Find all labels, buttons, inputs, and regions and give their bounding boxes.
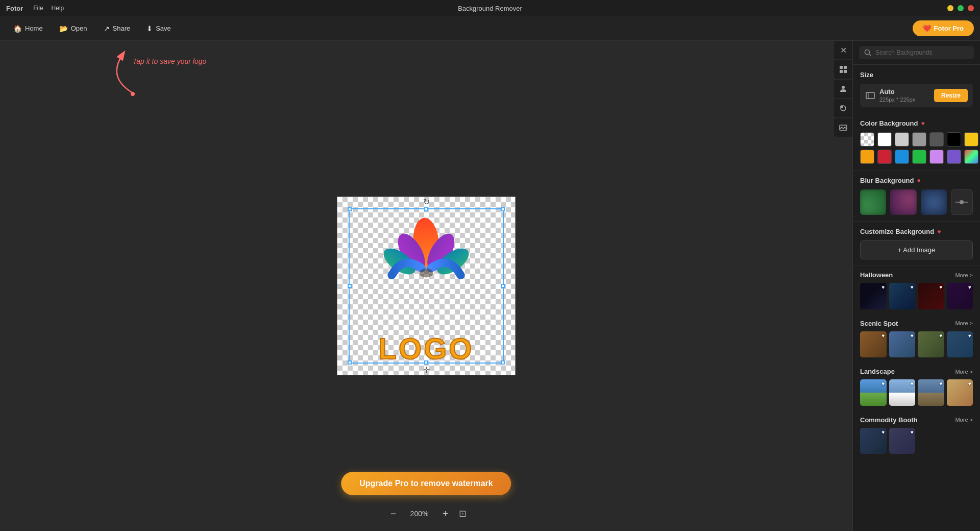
halloween-thumb-2[interactable]: ♥ [889,283,916,309]
commodity-section: Commodity Booth More > ♥ ♥ [853,411,980,460]
image-edit-button[interactable] [834,118,852,137]
size-icon [865,90,875,101]
color-purple[interactable] [947,150,961,164]
halloween-section: Halloween More > ♥ ♥ ♥ ♥ [853,266,980,315]
blur-thumb-2[interactable] [890,189,916,215]
save-button[interactable]: ⬇ Save [139,21,178,36]
search-input[interactable] [875,49,969,56]
blur-thumb-3[interactable] [921,189,947,215]
zoom-out-button[interactable]: − [386,506,401,521]
handle-middle-left[interactable] [348,284,352,288]
halloween-title: Halloween [860,271,893,279]
split-view-icon[interactable]: ⊡ [459,508,467,519]
commodity-more[interactable]: More > [955,417,973,423]
open-button[interactable]: 📂 Open [52,21,94,36]
halloween-thumb-3[interactable]: ♥ [918,283,944,309]
commodity-header: Commodity Booth More > [860,416,973,424]
scenic-thumb-1[interactable]: ♥ [860,331,887,358]
rotate-handle[interactable]: ↻ [423,197,430,207]
commodity-thumb-2[interactable]: ♥ [889,428,916,454]
commodity-thumb-1[interactable]: ♥ [860,428,887,454]
landscape-thumb-2[interactable]: ♥ [889,379,916,406]
color-gradient[interactable] [964,150,978,164]
landscape-more[interactable]: More > [955,369,973,375]
color-orange[interactable] [860,150,874,164]
move-handle[interactable]: ✛ [423,365,430,375]
heart-badge-14: ♥ [911,429,914,435]
color-gray[interactable] [912,132,926,147]
svg-point-14 [841,106,843,108]
handle-top-left[interactable] [348,207,352,211]
landscape-thumb-1[interactable]: ♥ [860,379,887,406]
heart-badge-12: ♥ [968,381,971,387]
menu-file[interactable]: File [33,5,43,12]
handle-middle-right[interactable] [501,284,505,288]
handle-top-right[interactable] [501,207,505,211]
scenic-thumb-2[interactable]: ♥ [889,331,916,358]
fotor-pro-button[interactable]: ❤️ Fotor Pro [913,20,974,36]
share-button[interactable]: ↗ Share [96,21,138,36]
blur-slider[interactable] [951,189,973,215]
close-button[interactable] [968,5,974,11]
color-yellow[interactable] [964,132,978,147]
color-purple-light[interactable] [929,150,944,164]
search-icon [864,49,871,56]
grid-view-button[interactable] [834,60,852,79]
halloween-header: Halloween More > [860,271,973,279]
search-wrapper[interactable] [859,46,974,59]
svg-rect-11 [844,70,847,73]
add-image-button[interactable]: + Add Image [860,240,973,259]
menu-bar: File Help [33,5,64,12]
size-section-title: Size [860,71,973,79]
handle-bottom-right[interactable] [501,360,505,365]
zoom-in-button[interactable]: + [438,506,453,521]
halloween-thumb-4[interactable]: ♥ [947,283,973,309]
svg-rect-18 [866,92,874,99]
blur-thumb-1[interactable] [860,189,886,215]
scenic-thumb-4[interactable]: ♥ [947,331,973,358]
home-button[interactable]: 🏠 Home [6,21,50,36]
color-black[interactable] [947,132,961,147]
landscape-thumb-4[interactable]: ♥ [947,379,973,406]
titlebar: Fotor File Help Background Remover [0,0,980,16]
color-dark-gray[interactable] [929,132,944,147]
color-background-section: Color Background ♥ [853,113,980,171]
color-white[interactable] [877,132,892,147]
heart-icon-color: ♥ [921,120,924,127]
maximize-button[interactable] [958,5,964,11]
color-green[interactable] [912,150,926,164]
handle-top-middle[interactable] [424,207,428,211]
resize-button[interactable]: Resize [934,89,968,102]
share-icon: ↗ [104,25,110,33]
svg-point-21 [960,200,964,204]
size-info: Auto 225px * 225px [879,88,930,103]
color-light-gray[interactable] [895,132,909,147]
heart-badge-2: ♥ [911,284,914,290]
menu-help[interactable]: Help [52,5,64,12]
color-transparent[interactable] [860,132,874,147]
shapes-button[interactable] [834,99,852,117]
heart-icon-customize: ♥ [937,228,941,235]
svg-point-12 [842,86,845,89]
halloween-more[interactable]: More > [955,272,973,278]
svg-rect-9 [844,66,847,69]
landscape-thumb-3[interactable]: ♥ [918,379,944,406]
halloween-thumb-1[interactable]: ♥ [860,283,887,309]
commodity-thumbs: ♥ ♥ [860,428,973,454]
handle-bottom-left[interactable] [348,360,352,365]
svg-point-1 [131,92,135,96]
color-blue[interactable] [895,150,909,164]
close-panel-button[interactable]: ✕ [834,41,852,59]
minimize-button[interactable] [947,5,953,11]
heart-badge-9: ♥ [882,381,885,387]
canvas-wrapper[interactable]: ↻ ✛ [337,197,516,375]
scenic-thumb-3[interactable]: ♥ [918,331,944,358]
lotus-svg [380,211,472,293]
logo-container [380,211,472,295]
color-red[interactable] [877,150,892,164]
scenic-more[interactable]: More > [955,320,973,326]
person-button[interactable] [834,80,852,98]
upgrade-pro-button[interactable]: Upgrade Pro to remove watermark [341,472,511,495]
size-section: Size Auto 225px * 225px Resize [853,65,980,113]
svg-rect-8 [840,66,843,69]
